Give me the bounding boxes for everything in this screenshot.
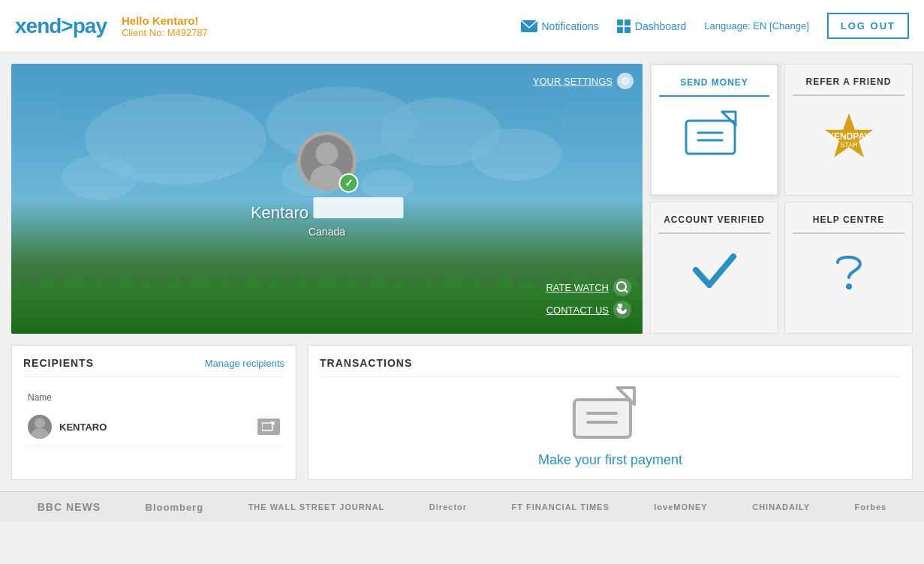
language-label: Language: EN [704, 20, 766, 32]
recipient-send-button[interactable] [257, 418, 280, 435]
notifications-label: Notifications [542, 20, 599, 32]
transactions-header: TRANSACTIONS [320, 357, 901, 377]
svg-point-26 [31, 428, 49, 439]
dashboard-label: Dashboard [635, 20, 687, 32]
footer-logo-chinadaily: CHINADAILY [752, 502, 810, 512]
dashboard-link[interactable]: Dashboard [617, 20, 687, 33]
svg-text:×: × [841, 128, 847, 140]
hero-background: YOUR SETTINGS ⚙ ✓ Kentaro [11, 64, 643, 334]
svg-rect-3 [617, 27, 623, 33]
hero-user: ✓ Kentaro Canada [251, 131, 403, 238]
rate-watch-icon [613, 278, 631, 296]
recipients-name-col: Name [25, 388, 283, 407]
main-content: YOUR SETTINGS ⚙ ✓ Kentaro [0, 52, 924, 334]
recipients-header: RECIPIENTS Manage recipients [23, 357, 284, 377]
svg-rect-29 [574, 400, 631, 437]
footer-logo-bloomberg: Bloomberg [146, 502, 204, 513]
rate-watch-label: RATE WATCH [546, 282, 609, 293]
user-name-text: Kentaro [251, 203, 309, 222]
transactions-title: TRANSACTIONS [320, 357, 412, 369]
hero-bottom-links: RATE WATCH CONTACT US [546, 278, 631, 319]
recipient-name: KENTARO [59, 422, 257, 433]
recipients-table: Name KENTARO [23, 386, 284, 447]
user-country: Canada [251, 226, 403, 238]
dashboard-icon [617, 20, 631, 33]
account-verified-title: ACCOUNT VERIFIED [658, 214, 770, 234]
transactions-panel: TRANSACTIONS Make your first payment [308, 345, 913, 480]
contact-us-label: CONTACT US [546, 304, 609, 316]
bottom-section: RECIPIENTS Manage recipients Name [0, 334, 924, 491]
logo[interactable]: xend>pay [15, 14, 107, 38]
account-verified-card[interactable]: ACCOUNT VERIFIED [650, 202, 778, 334]
refer-friend-title: REFER A FRIEND [793, 76, 904, 96]
recipients-title: RECIPIENTS [23, 357, 94, 369]
svg-line-15 [625, 290, 628, 292]
send-money-title: SEND MONEY [659, 77, 769, 97]
verified-checkmark: ✓ [339, 173, 359, 193]
first-payment-text[interactable]: Make your first payment [538, 452, 682, 468]
footer-logo-ft: FT FINANCIAL TIMES [512, 502, 609, 512]
hero-settings[interactable]: YOUR SETTINGS ⚙ [533, 73, 634, 89]
rate-watch-link[interactable]: RATE WATCH [546, 278, 631, 296]
contact-us-icon [613, 301, 631, 319]
header: xend>pay Hello Kentaro! Client No: M4927… [0, 0, 924, 52]
footer-logo-bbc: BBC NEWS [38, 501, 101, 513]
logout-button[interactable]: LOG OUT [827, 13, 909, 39]
header-greeting: Hello Kentaro! Client No: M492787 [122, 14, 208, 38]
svg-point-8 [471, 128, 561, 182]
user-name-display: Kentaro [251, 197, 403, 223]
manage-recipients-link[interactable]: Manage recipients [205, 358, 284, 369]
svg-point-25 [35, 418, 45, 428]
greeting-name: Hello Kentaro! [122, 14, 208, 27]
help-centre-card[interactable]: HELP CENTRE [784, 202, 913, 334]
svg-rect-16 [686, 121, 735, 154]
svg-rect-27 [262, 423, 272, 430]
user-name-input [313, 197, 403, 218]
help-centre-title: HELP CENTRE [793, 214, 904, 234]
footer-logo-forbes: Forbes [855, 502, 887, 512]
help-centre-icon [826, 248, 871, 300]
recipient-avatar [28, 415, 52, 439]
greeting-client: Client No: M492787 [122, 27, 208, 38]
right-panel: SEND MONEY REFER A FRIEND XENDPAY STAR [650, 64, 913, 334]
svg-rect-2 [625, 20, 631, 26]
svg-rect-1 [617, 20, 623, 26]
account-verified-icon [688, 248, 741, 292]
first-payment-icon [573, 386, 648, 440]
recipients-panel: RECIPIENTS Manage recipients Name [11, 345, 296, 480]
svg-point-12 [316, 142, 339, 165]
footer-logo-lovemoney: loveMONEY [654, 502, 707, 512]
footer-logos: BBC NEWS Bloomberg THE WALL STREET JOURN… [0, 491, 924, 522]
footer-logo-director: Director [429, 502, 467, 512]
header-nav: Notifications Dashboard Language: EN [Ch… [521, 13, 910, 39]
send-money-card[interactable]: SEND MONEY [650, 64, 778, 196]
settings-label: YOUR SETTINGS [533, 76, 612, 87]
language-change[interactable]: [Change] [769, 20, 809, 32]
svg-text:XENDPAY: XENDPAY [827, 131, 869, 142]
footer-logo-wsj: THE WALL STREET JOURNAL [248, 502, 385, 512]
svg-point-9 [62, 154, 138, 200]
refer-friend-card[interactable]: REFER A FRIEND XENDPAY STAR × [784, 64, 913, 196]
refer-friend-icon: XENDPAY STAR × [823, 110, 875, 162]
envelope-icon [521, 20, 537, 32]
avatar: ✓ [297, 131, 357, 191]
send-money-icon [685, 110, 745, 155]
svg-rect-4 [625, 27, 631, 33]
table-row: KENTARO [25, 409, 283, 446]
contact-us-link[interactable]: CONTACT US [546, 301, 631, 319]
recipient-row: KENTARO [25, 409, 283, 446]
notifications-link[interactable]: Notifications [521, 20, 599, 32]
language-selector: Language: EN [Change] [704, 20, 809, 32]
gear-icon: ⚙ [617, 73, 634, 89]
svg-text:STAR: STAR [840, 141, 858, 148]
svg-point-13 [311, 165, 344, 188]
svg-point-24 [846, 284, 852, 290]
transactions-empty: Make your first payment [320, 386, 901, 468]
logo-text: xend>pay [15, 14, 107, 38]
hero-panel: YOUR SETTINGS ⚙ ✓ Kentaro [11, 64, 643, 334]
